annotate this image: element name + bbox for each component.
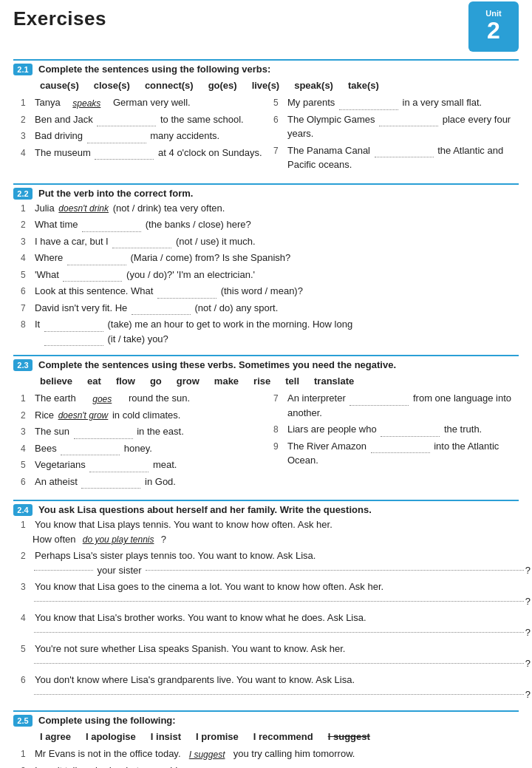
verb-i-promise: I promise [196, 731, 239, 742]
item-2-2-4: 4 Where (Maria / come) from? Is she Span… [21, 251, 519, 265]
answer-2-3-6 [81, 488, 140, 489]
section-num-2-4: 2.4 [13, 504, 33, 516]
answer-2-3-8 [381, 436, 440, 437]
item-2-5-2: 2 I won't tell anybody what you said. , [21, 764, 519, 769]
exercise-body-2-1: 1 Tanya speaks German very well. 2 Ben a… [21, 95, 519, 174]
col-left-2-1: 1 Tanya speaks German very well. 2 Ben a… [21, 95, 266, 174]
item-2-1-5: 5 My parents in a very small flat. [273, 95, 519, 110]
answer-2-4-5 [34, 663, 524, 664]
verb-go: go [150, 375, 162, 387]
item-2-4-3: 3You know that Lisa goes to the cinema a… [21, 580, 519, 608]
item-2-3-7: 7 An interpreter from one language into … [273, 391, 519, 420]
item-2-4-2: 2Perhaps Lisa's sister plays tennis too.… [21, 548, 519, 577]
answer-2-2-1: doesn't drink [58, 202, 109, 215]
unit-number: 2 [487, 18, 500, 44]
verb-flow: flow [116, 375, 135, 387]
exercise-body-2-4: 1You know that Lisa plays tennis. You wa… [21, 517, 519, 701]
answer-2-3-9 [371, 452, 430, 453]
verb-i-agree: I agree [40, 731, 71, 742]
verb-list-2-1: cause(s) close(s) connect(s) go(es) live… [40, 80, 519, 91]
verb-close: close(s) [94, 80, 130, 91]
verb-goes: go(es) [208, 80, 237, 91]
answer-2-2-3 [112, 248, 171, 248]
unit-badge: Unit 2 [468, 1, 519, 52]
item-2-3-5: 5 Vegetarians meat. [21, 458, 266, 472]
answer-2-2-4 [67, 265, 126, 265]
answer-2-3-1: goes [80, 393, 124, 406]
item-2-3-6: 6 An atheist in God. [21, 475, 266, 489]
item-2-1-2: 2 Ben and Jack to the same school. [21, 112, 266, 127]
item-2-1-4: 4 The museum at 4 o'clock on Sundays. [21, 146, 266, 160]
col-right-2-3: 7 An interpreter from one language into … [273, 391, 519, 491]
answer-2-3-3 [74, 438, 133, 439]
answer-2-1-6 [379, 126, 438, 126]
answer-2-3-7 [349, 405, 409, 406]
answer-2-4-4 [34, 632, 524, 633]
section-instruction-2-4: You ask Lisa questions about herself and… [38, 504, 519, 515]
verb-list-2-5: I agree I apologise I insist I promise I… [40, 731, 519, 742]
section-num-2-3: 2.3 [13, 359, 33, 371]
item-2-3-9: 9 The River Amazon into the Atlantic Oce… [273, 439, 519, 468]
section-num-2-1: 2.1 [13, 64, 33, 75]
item-2-2-5: 5 'What (you / do)?' 'I'm an electrician… [21, 268, 519, 282]
section-num-2-5: 2.5 [13, 715, 33, 727]
section-2-3: 2.3 Complete the sentences using these v… [13, 355, 519, 491]
verb-speaks: speak(s) [294, 80, 333, 91]
answer-2-4-2b [146, 570, 524, 571]
exercise-body-2-5: 1 Mr Evans is not in the office today. I… [21, 747, 519, 768]
section-2-2: 2.2 Put the verb into the correct form. … [13, 183, 519, 347]
item-2-2-8: 8 It (take) me an hour to get to work in… [21, 317, 519, 346]
answer-2-1-3 [87, 143, 146, 143]
verb-takes: take(s) [348, 80, 379, 91]
verb-i-suggest: I suggest [328, 731, 370, 742]
section-instruction-2-5: Complete using the following: [38, 715, 519, 726]
section-num-2-2: 2.2 [13, 188, 33, 200]
section-2-5: 2.5 Complete using the following: I agre… [13, 710, 519, 768]
exercise-body-2-2: 1 Julia doesn't drink (not / drink) tea … [21, 201, 519, 347]
item-2-2-6: 6 Look at this sentence. What (this word… [21, 284, 519, 299]
section-2-4: 2.4 You ask Lisa questions about herself… [13, 500, 519, 701]
item-2-1-1: 1 Tanya speaks German very well. [21, 95, 266, 110]
verb-make: make [214, 375, 239, 387]
answer-2-3-2: doesn't grow [58, 409, 109, 422]
answer-2-3-4 [61, 455, 120, 455]
section-instruction-2-2: Put the verb into the correct form. [38, 188, 519, 199]
verb-tell: tell [285, 375, 299, 387]
verb-list-2-3: believe eat flow go grow make rise tell … [40, 375, 519, 387]
answer-2-2-7 [132, 314, 191, 315]
section-2-1: 2.1 Complete the sentences using the fol… [13, 59, 519, 174]
verb-i-apologise: I apologise [86, 731, 136, 742]
verb-connect: connect(s) [145, 80, 194, 91]
answer-2-4-1: do you play tennis [83, 533, 154, 546]
col-left-2-3: 1 The earth goes round the sun. 2 Rice d… [21, 391, 266, 491]
answer-2-1-1: speaks [64, 97, 109, 110]
answer-2-2-6 [157, 298, 216, 299]
answer-2-2-2 [82, 231, 141, 232]
item-2-1-3: 3 Bad driving many accidents. [21, 129, 266, 143]
item-2-4-5: 5You're not sure whether Lisa speaks Spa… [21, 642, 519, 670]
item-2-2-7: 7 David isn't very fit. He (not / do) an… [21, 301, 519, 316]
answer-2-4-2a [34, 570, 93, 571]
item-2-4-1: 1You know that Lisa plays tennis. You wa… [21, 517, 519, 546]
verb-eat: eat [87, 375, 101, 387]
answer-2-5-1: I suggest [185, 748, 229, 761]
verb-cause: cause(s) [40, 80, 79, 91]
item-2-1-6: 6 The Olympic Games place every four yea… [273, 112, 519, 141]
answer-2-1-5 [339, 109, 398, 110]
item-2-3-3: 3 The sun in the east. [21, 424, 266, 439]
section-instruction-2-3: Complete the sentences using these verbs… [38, 359, 519, 370]
page-title: Exercises [13, 7, 106, 30]
section-instruction-2-1: Complete the sentences using the followi… [38, 64, 519, 75]
item-2-3-2: 2 Rice doesn't grow in cold climates. [21, 408, 266, 423]
answer-2-1-2 [97, 126, 156, 126]
item-2-2-2: 2 What time (the banks / close) here? [21, 217, 519, 232]
item-2-3-4: 4 Bees honey. [21, 441, 266, 456]
item-2-1-7: 7 The Panama Canal the Atlantic and Paci… [273, 143, 519, 172]
verb-i-recommend: I recommend [253, 731, 313, 742]
verb-believe: believe [40, 375, 72, 387]
verb-grow: grow [177, 375, 200, 387]
exercise-body-2-3: 1 The earth goes round the sun. 2 Rice d… [21, 391, 519, 491]
answer-2-2-8b [44, 345, 103, 346]
verb-i-insist: I insist [151, 731, 181, 742]
item-2-4-6: 6You don't know where Lisa's grandparent… [21, 673, 519, 701]
